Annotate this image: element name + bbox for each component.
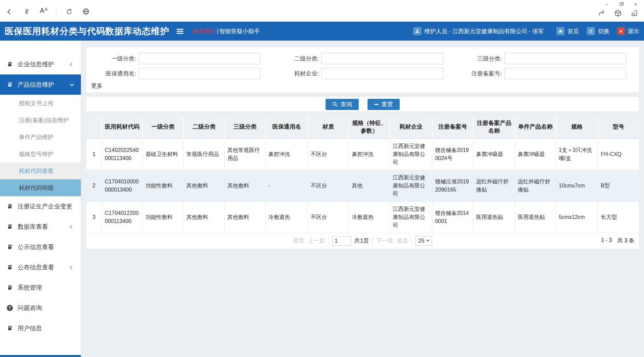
- sidebar-item-enterprise-info[interactable]: 企业信息维护: [0, 54, 81, 74]
- table-cell: C1704012200000113400: [102, 201, 142, 233]
- table-cell: 5cmx12cm: [556, 201, 598, 233]
- filter-label: 一级分类:: [86, 55, 139, 63]
- table-cell: B型: [598, 170, 639, 201]
- page-size-value: 25: [418, 238, 424, 244]
- table-cell: -: [266, 170, 308, 201]
- table-cell: 不区分: [308, 138, 349, 170]
- logout-link[interactable]: 退出: [628, 27, 639, 35]
- column-header: 注册备案号: [432, 116, 473, 138]
- column-header: 材质: [308, 116, 349, 138]
- home-icon[interactable]: [556, 27, 564, 35]
- table-cell: FH-CXQ: [598, 138, 639, 170]
- generic-name-input[interactable]: [139, 68, 260, 79]
- table-cell: 冷敷退热: [266, 201, 308, 233]
- column-header: 耗材企业: [390, 116, 432, 138]
- filter-field-generic-name: 医保通用名:: [86, 68, 269, 79]
- chevron-down-icon: [70, 82, 74, 86]
- column-header: 二级分类: [183, 116, 224, 138]
- enterprise-input[interactable]: [321, 68, 443, 79]
- level1-category-input[interactable]: [139, 53, 260, 64]
- prev-page-link[interactable]: 上一页: [308, 237, 325, 245]
- filter-field-level3: 三级分类:: [452, 53, 635, 64]
- sidebar-item-register-cert-change[interactable]: 注册证生产企业变更: [0, 196, 81, 217]
- sidebar-footer-bar: [0, 355, 81, 357]
- table-cell: 远红外磁疗舒痛贴: [515, 170, 556, 201]
- column-header: [86, 116, 102, 138]
- sidebar-item-user-info[interactable]: 用户信息: [0, 318, 81, 338]
- reset-button[interactable]: 重置: [368, 99, 400, 110]
- refresh-icon[interactable]: [65, 7, 73, 16]
- reset-button-label: 重置: [381, 101, 393, 108]
- sidebar-item-label: 耗材代码查看: [19, 167, 53, 175]
- sidebar-item-product-info[interactable]: 产品信息维护: [0, 74, 81, 95]
- sidebar-item-material-code-view[interactable]: 耗材代码查看: [0, 162, 81, 179]
- minimize-button[interactable]: −: [601, 0, 613, 8]
- level2-category-input[interactable]: [321, 53, 443, 64]
- table-cell: 功能性敷料: [142, 201, 183, 233]
- sidebar: 企业信息维护 产品信息维护 授权文书上传 注册(备案)信息维护 单件产品维护 规…: [0, 41, 81, 357]
- sidebar-item-single-product[interactable]: 单件产品维护: [0, 129, 81, 146]
- table-cell: 医用退热贴: [473, 201, 515, 233]
- globe-icon[interactable]: [82, 7, 90, 16]
- table-cell: C1402022540000113400: [102, 138, 142, 170]
- share-icon[interactable]: [597, 9, 606, 18]
- table-cell: 常规医疗用品: [183, 138, 224, 170]
- next-page-link[interactable]: 下一页: [376, 237, 393, 245]
- actions-bar: 查询 重置: [86, 97, 639, 111]
- book-icon: [7, 203, 13, 209]
- cube-icon[interactable]: [614, 9, 622, 18]
- table-row: 2 C1704010000000013400 功能性敷料 其他敷料 其他敷料 -…: [86, 170, 639, 201]
- pager-divider: [329, 237, 329, 245]
- sidebar-item-label: 系统管理: [18, 284, 42, 292]
- page-title: 医保医用耗材分类与代码数据库动态维护: [5, 25, 169, 37]
- logout-icon[interactable]: ×: [617, 27, 625, 35]
- sidebar-item-publicity-info[interactable]: 公示信息查看: [0, 237, 81, 257]
- close-button[interactable]: ×: [630, 0, 641, 8]
- table-cell: 不区分: [308, 170, 349, 201]
- page-number-input[interactable]: [332, 236, 351, 246]
- column-header: 规格: [556, 116, 598, 138]
- exit-window-icon[interactable]: [630, 9, 639, 18]
- search-button-label: 查询: [340, 101, 352, 108]
- font-size-icon[interactable]: AA: [39, 7, 48, 16]
- font-small-glyph: A: [45, 7, 48, 12]
- level3-category-input[interactable]: [505, 53, 626, 64]
- user-info-label: 维护人员 - 江西新元堂健康制品有限公司 - 张军: [424, 27, 544, 35]
- sidebar-item-system-management[interactable]: 系统管理: [0, 277, 81, 298]
- last-page-link[interactable]: 尾页: [397, 237, 408, 245]
- sidebar-item-label: 授权文书上传: [19, 99, 53, 107]
- assistant-link[interactable]: 智能答疑小助手: [219, 27, 260, 35]
- table-cell: 不区分: [308, 201, 349, 233]
- switch-link[interactable]: 切换: [598, 27, 609, 35]
- sidebar-item-question-consult[interactable]: ? 问题咨询: [0, 298, 81, 318]
- sidebar-item-material-code-detail[interactable]: 耗材代码明细: [0, 179, 81, 196]
- hamburger-menu-icon[interactable]: [177, 29, 183, 34]
- chevron-left-icon: [70, 265, 74, 270]
- pager-divider: [372, 237, 373, 245]
- sidebar-item-label: 公布信息查看: [18, 263, 54, 271]
- font-large-glyph: A: [40, 7, 44, 14]
- sidebar-item-publish-info[interactable]: 公布信息查看: [0, 257, 81, 277]
- record-range-label: 1 - 3: [601, 237, 612, 244]
- sidebar-item-spec-model[interactable]: 规格型号维护: [0, 146, 81, 162]
- first-page-link[interactable]: 首页: [293, 237, 305, 245]
- more-link[interactable]: 更多: [91, 82, 103, 90]
- sidebar-item-auth-doc-upload[interactable]: 授权文书上传: [0, 95, 81, 112]
- back-icon[interactable]: [5, 7, 14, 16]
- switch-icon[interactable]: [587, 27, 595, 35]
- page-size-select[interactable]: 25: [415, 236, 432, 246]
- table-row: 3 C1704012200000113400 功能性敷料 其他敷料 其他敷料 冷…: [86, 201, 639, 233]
- home-link[interactable]: 首页: [568, 27, 579, 35]
- filter-field-level2: 二级分类:: [269, 53, 452, 64]
- link-icon[interactable]: [22, 7, 31, 16]
- table-cell: 医用退热贴: [515, 201, 556, 233]
- search-button[interactable]: 查询: [326, 99, 359, 110]
- table-cell: 其他敷料: [183, 170, 224, 201]
- sidebar-item-register-info[interactable]: 注册(备案)信息维护: [0, 112, 81, 129]
- guide-link[interactable]: 操作指引: [193, 27, 216, 35]
- record-total-label: 共 3 条: [617, 237, 634, 244]
- sidebar-item-label: 企业信息维护: [18, 60, 54, 68]
- register-no-input[interactable]: [505, 68, 626, 79]
- restore-button[interactable]: [616, 0, 627, 8]
- sidebar-item-database-view[interactable]: 数据库查看: [0, 217, 81, 237]
